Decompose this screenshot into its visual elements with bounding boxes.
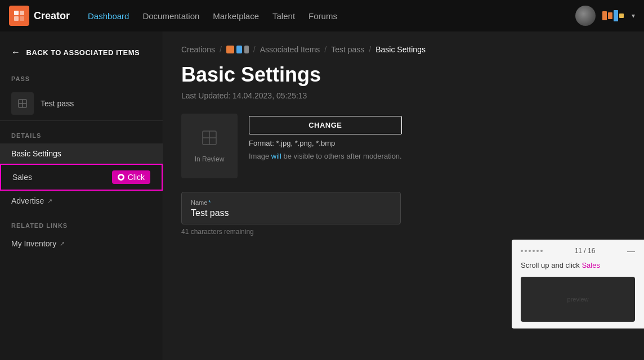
drag-dot-5 [536,250,539,252]
visible-note-text-1: Image [249,152,271,160]
name-input-label: Name * [191,199,391,206]
last-updated-label: Last Updated: [181,91,230,100]
nav-right: ▾ [575,6,635,26]
analytics-icon [602,10,625,21]
page-title: Basic Settings [163,63,644,91]
logo-text: Creator [34,10,70,22]
drag-dot-1 [521,250,523,252]
image-preview: In Review [181,114,238,178]
body-layout: ← BACK TO ASSOCIATED ITEMS PASS Test pas… [0,32,644,360]
drag-dot-3 [529,250,531,252]
bar2 [608,12,612,19]
name-label-text: Name [191,199,207,206]
inventory-external-link-icon: ↗ [60,240,65,248]
breadcrumb-test-pass[interactable]: Test pass [331,45,364,54]
last-updated: Last Updated: 14.04.2023, 05:25:13 [163,91,644,114]
panel-minimize-button[interactable]: — [627,246,635,255]
image-controls: CHANGE Format: *.jpg, *.png, *.bmp Image… [249,114,402,160]
logo[interactable]: Creator [9,6,70,26]
sidebar-item-advertise[interactable]: Advertise ↗ [0,191,163,211]
click-dot-inner [119,176,123,179]
pass-item: Test pass [0,87,163,121]
sidebar-item-sales-label: Sales [12,173,32,182]
top-navigation: Creator Dashboard Documentation Marketpl… [0,0,644,32]
sidebar-item-basic-settings[interactable]: Basic Settings [0,143,163,164]
breadcrumb-current: Basic Settings [375,45,426,54]
bar4 [619,14,624,18]
name-input-section: Name * 41 characters remaining [163,192,644,236]
external-link-icon: ↗ [47,197,52,205]
breadcrumb-creation-icon [226,46,249,53]
avatar[interactable] [575,6,596,26]
drag-dot-6 [540,250,543,252]
panel-screenshot-placeholder: preview [567,296,589,303]
details-section-label: DETAILS [0,125,163,143]
main-content: Creations / / Associated Items / Test pa… [163,32,644,360]
breadcrumb-sep-1: / [220,45,222,54]
drag-dot-4 [533,250,535,252]
panel-header: 11 / 16 — [521,246,635,255]
char-remaining: 41 characters remaining [181,224,626,236]
sidebar-item-inventory-label: My Inventory [11,239,56,248]
nav-forums[interactable]: Forums [308,11,337,21]
svg-rect-2 [14,16,19,21]
account-chevron-icon[interactable]: ▾ [632,12,635,20]
back-button-label: BACK TO ASSOCIATED ITEMS [26,48,140,57]
click-dot [118,174,124,181]
avatar-image [575,6,596,26]
back-button[interactable]: ← BACK TO ASSOCIATED ITEMS [0,32,163,69]
nav-talent[interactable]: Talent [272,11,295,21]
nav-documentation[interactable]: Documentation [142,11,199,21]
name-input-wrapper[interactable]: Name * [181,192,401,224]
visible-note: Image will be visible to others after mo… [249,152,402,160]
bar3 [614,10,618,21]
nav-marketplace[interactable]: Marketplace [213,11,259,21]
image-placeholder-icon [200,129,218,151]
breadcrumb-creations[interactable]: Creations [181,45,215,54]
pass-name: Test pass [41,99,74,108]
svg-rect-0 [14,11,19,15]
drag-dot-2 [525,250,527,252]
format-text: Format: *.jpg, *.png, *.bmp [249,139,402,147]
panel-counter: 11 / 16 [575,247,596,255]
breadcrumb-associated-items[interactable]: Associated Items [260,45,320,54]
format-label: Format: [249,139,274,147]
panel-text-content: Scroll up and click [521,261,580,269]
sidebar-item-advertise-label: Advertise [11,196,44,205]
bar1 [602,11,607,20]
sidebar: ← BACK TO ASSOCIATED ITEMS PASS Test pas… [0,32,163,360]
change-button[interactable]: CHANGE [249,116,402,134]
image-section: In Review CHANGE Format: *.jpg, *.png, *… [163,114,644,192]
format-value: *.jpg, *.png, *.bmp [276,139,335,147]
panel-text: Scroll up and click Sales [521,260,635,271]
breadcrumb: Creations / / Associated Items / Test pa… [163,32,644,63]
panel-drag-handle[interactable] [521,250,543,252]
name-input[interactable] [191,208,391,218]
visible-note-text-2: be visible to others after moderation. [281,152,402,160]
sidebar-item-basic-settings-label: Basic Settings [11,149,61,158]
breadcrumb-sep-2: / [253,45,256,54]
visible-highlight: will [271,152,281,160]
tutorial-panel: 11 / 16 — Scroll up and click Sales prev… [512,240,644,328]
breadcrumb-sep-3: / [324,45,327,54]
back-arrow-icon: ← [11,47,21,57]
image-status: In Review [195,155,225,163]
sidebar-item-my-inventory[interactable]: My Inventory ↗ [0,233,163,254]
sidebar-item-sales[interactable]: Sales Click [0,164,163,191]
related-links-section-label: RELATED LINKS [0,211,163,233]
nav-dashboard[interactable]: Dashboard [88,11,129,21]
last-updated-value: 14.04.2023, 05:25:13 [232,91,307,100]
svg-rect-1 [20,11,24,15]
click-indicator: Click [112,170,150,184]
required-star: * [208,199,211,206]
nav-links: Dashboard Documentation Marketplace Tale… [88,11,337,21]
panel-screenshot: preview [521,277,635,322]
pass-thumbnail [11,92,34,115]
logo-icon [9,6,29,26]
breadcrumb-sep-4: / [369,45,371,54]
pass-section-label: PASS [0,69,163,87]
panel-link[interactable]: Sales [582,261,600,269]
svg-rect-3 [20,16,24,21]
